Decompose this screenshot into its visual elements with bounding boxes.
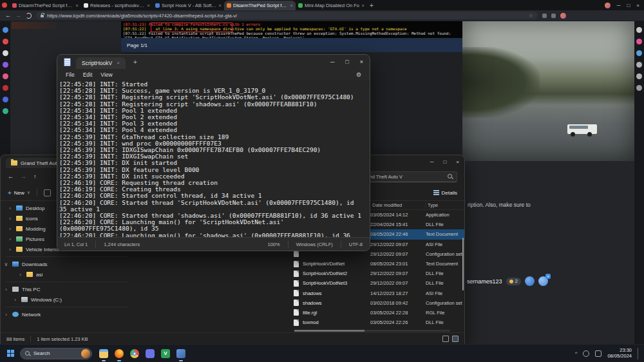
tab-close-icon[interactable] <box>218 3 222 8</box>
chevron-icon[interactable]: › <box>7 247 13 252</box>
music-icon[interactable] <box>3 85 8 91</box>
downloads-icon[interactable] <box>636 50 642 56</box>
new-tab-button[interactable] <box>370 2 374 9</box>
volume-icon[interactable] <box>595 350 601 357</box>
messenger-icon[interactable] <box>3 50 8 56</box>
browser-logo-icon[interactable] <box>2 3 7 8</box>
chevron-icon[interactable]: › <box>7 226 13 232</box>
browser-minimize-button[interactable] <box>617 3 621 8</box>
file-row[interactable]: title.rgl 03/05/2024 22:28 RGL File <box>289 308 464 318</box>
dismiss-badge-icon[interactable] <box>545 274 551 279</box>
chevron-icon[interactable]: › <box>3 312 9 318</box>
file-row[interactable]: toxmod 03/05/2024 22:26 DLL File <box>289 318 464 327</box>
snapshot-icon[interactable] <box>636 27 642 33</box>
taskbar-app-icon[interactable] <box>176 349 185 358</box>
wallet-icon[interactable] <box>551 14 556 18</box>
details-pane-button[interactable]: Details <box>433 190 457 196</box>
tab-close-icon[interactable] <box>147 3 150 8</box>
taskbar-app-icon[interactable]: V <box>161 349 170 358</box>
large-icons-view-toggle-icon[interactable] <box>452 336 459 342</box>
tab-close-icon[interactable] <box>290 3 293 8</box>
whatsapp-icon[interactable] <box>3 108 8 114</box>
explorer-close-button[interactable] <box>456 159 459 165</box>
explorer-back-button[interactable] <box>8 174 14 180</box>
taskbar-app-icon[interactable] <box>115 349 124 358</box>
explorer-maximize-button[interactable] <box>443 159 446 165</box>
new-button[interactable]: New <box>8 189 30 196</box>
reaction-pill[interactable]: 2 <box>506 278 521 285</box>
taskbar-search-box[interactable]: Search <box>20 348 92 359</box>
settings-icon[interactable] <box>636 85 642 91</box>
tray-overflow-chevron-icon[interactable] <box>575 350 578 356</box>
file-row[interactable]: ScriptHookVDotNet2 29/12/2022 09:07 DLL … <box>289 269 464 278</box>
cut-icon[interactable] <box>44 189 51 196</box>
chevron-icon[interactable]: › <box>12 297 18 303</box>
chevron-icon[interactable]: › <box>7 205 13 211</box>
zoom-level[interactable]: 100% <box>267 242 279 247</box>
taskbar-clock[interactable]: 23:30 08/05/2024 <box>607 348 632 359</box>
line-ending[interactable]: Windows (CRLF) <box>296 242 333 247</box>
encoding[interactable]: UTF-8 <box>349 242 363 247</box>
browser-tab[interactable]: DisarmThePed Script for G <box>224 1 296 10</box>
profile-avatar[interactable] <box>605 3 611 8</box>
explorer-minimize-button[interactable] <box>430 159 434 165</box>
reload-button[interactable] <box>26 13 32 19</box>
forward-button[interactable] <box>15 13 21 19</box>
browser-maximize-button[interactable] <box>627 3 630 8</box>
extensions-icon[interactable] <box>542 14 547 18</box>
menu-item[interactable]: Edit <box>83 71 93 78</box>
explorer-forward-button[interactable] <box>21 174 26 180</box>
file-row[interactable]: shadows 03/02/2018 09:42 Configuration s… <box>289 298 464 308</box>
sidebar-item[interactable]: ∨ Downloads <box>1 259 289 269</box>
menu-item[interactable]: File <box>66 71 75 78</box>
menu-item[interactable]: View <box>100 71 112 78</box>
notepad-close-button[interactable] <box>360 59 363 65</box>
notepad-tab-close-icon[interactable] <box>117 61 120 66</box>
notepad-title-bar[interactable]: ScriptHookV <box>57 55 370 69</box>
mail-icon[interactable] <box>3 27 8 33</box>
sidebar-item[interactable]: › This PC <box>1 284 289 294</box>
explorer-search-box[interactable]: Grand Theft Auto V <box>357 171 457 182</box>
notepad-maximize-button[interactable] <box>345 59 348 65</box>
youtube-icon[interactable] <box>3 39 8 44</box>
bookmark-star-icon[interactable] <box>529 13 533 19</box>
show-desktop-button[interactable] <box>638 348 640 359</box>
browser-tab[interactable]: Script Hook V - AB Softwar <box>153 1 224 10</box>
vertical-scrollbar[interactable] <box>462 238 464 291</box>
network-icon[interactable] <box>583 350 589 357</box>
taskbar-app-icon[interactable] <box>99 349 108 358</box>
taskbar-app-icon[interactable] <box>130 349 139 358</box>
back-button[interactable] <box>5 13 11 19</box>
chevron-icon[interactable]: › <box>17 272 23 278</box>
chevron-icon[interactable]: › <box>3 287 9 292</box>
favorites-icon[interactable] <box>636 39 642 44</box>
user-avatar[interactable] <box>538 276 548 286</box>
notepad-minimize-button[interactable] <box>330 59 334 65</box>
browser-tab[interactable]: DisarmThePed Script for G <box>10 1 81 10</box>
notepad-editor[interactable]: [22:45:28] INIT: Started[22:45:28] INIT:… <box>57 80 370 238</box>
sidebar-item[interactable]: › asi <box>1 269 289 280</box>
discord-icon[interactable] <box>3 97 8 102</box>
details-view-toggle-icon[interactable] <box>442 336 449 342</box>
file-row[interactable]: ScriptHookVDotNet3 29/12/2022 09:07 DLL … <box>289 278 464 288</box>
file-row[interactable]: shadows 14/12/2023 18:27 ASI File <box>289 289 464 298</box>
tab-close-icon[interactable] <box>361 3 365 8</box>
tab-close-icon[interactable] <box>75 3 79 8</box>
comment-username[interactable]: sernames123 <box>467 278 502 285</box>
file-row[interactable]: ScriptHookVDotNet 08/05/2024 23:01 Text … <box>289 259 464 269</box>
chevron-icon[interactable]: › <box>7 216 13 222</box>
twitch-icon[interactable] <box>3 62 8 68</box>
horizontal-scrollbar[interactable] <box>294 330 450 332</box>
sidebar-item[interactable]: › Windows (C:) <box>1 294 289 305</box>
browser-close-button[interactable] <box>636 3 639 8</box>
scrollbar-thumb[interactable] <box>294 330 365 332</box>
notepad-new-tab-button[interactable] <box>133 59 137 66</box>
start-button[interactable] <box>7 350 14 357</box>
browser-tab[interactable]: Releases - scripthookvdotn <box>81 1 153 10</box>
chevron-icon[interactable]: › <box>7 236 13 242</box>
taskbar-app-icon[interactable] <box>146 349 155 358</box>
browser-tab[interactable]: Mini-Map Disabled On Fo <box>296 1 367 10</box>
notepad-document-tab[interactable]: ScriptHookV <box>76 57 126 69</box>
instagram-icon[interactable] <box>3 73 8 79</box>
sidebar-item[interactable]: › Network <box>1 309 289 319</box>
